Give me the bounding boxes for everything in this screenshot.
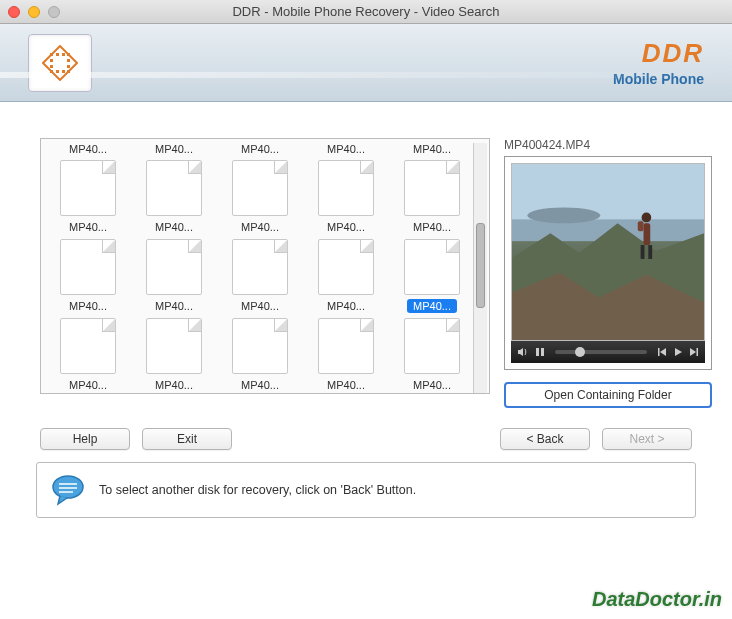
file-item[interactable]: MP40...	[305, 236, 387, 313]
file-label: MP40...	[321, 220, 371, 234]
file-item[interactable]: MP40...	[391, 236, 473, 313]
back-button[interactable]: < Back	[500, 428, 590, 450]
file-icon	[60, 239, 116, 295]
svg-point-15	[527, 208, 600, 224]
file-label: MP40...	[69, 143, 107, 155]
brand-subtitle: Mobile Phone	[613, 71, 704, 87]
svg-rect-18	[641, 245, 645, 259]
open-containing-folder-button[interactable]: Open Containing Folder	[504, 382, 712, 408]
volume-icon[interactable]	[517, 346, 529, 358]
file-label: MP40...	[235, 378, 285, 392]
file-label: MP40...	[63, 299, 113, 313]
next-icon[interactable]	[689, 347, 699, 357]
file-grid-box: MP40...MP40...MP40...MP40...MP40...MP40.…	[40, 138, 490, 394]
brand-block: DDR Mobile Phone	[613, 38, 704, 87]
file-label: MP40...	[327, 143, 365, 155]
file-label: MP40...	[235, 220, 285, 234]
pause-icon[interactable]	[535, 347, 545, 357]
svg-rect-9	[50, 70, 53, 73]
svg-rect-0	[43, 46, 77, 80]
file-grid-area: MP40...MP40...MP40...MP40...MP40...MP40.…	[40, 138, 490, 408]
file-label: MP40...	[407, 299, 457, 313]
file-item[interactable]: MP40...	[47, 236, 129, 313]
file-icon	[146, 160, 202, 216]
scrollbar-thumb[interactable]	[476, 223, 485, 308]
svg-rect-16	[644, 223, 651, 245]
file-item[interactable]: MP40...MP40...	[219, 143, 301, 234]
svg-rect-10	[56, 70, 59, 73]
preview-box	[504, 156, 712, 370]
exit-button[interactable]: Exit	[142, 428, 232, 450]
svg-rect-5	[50, 59, 53, 62]
window-titlebar: DDR - Mobile Phone Recovery - Video Sear…	[0, 0, 732, 24]
svg-rect-7	[50, 65, 53, 68]
app-logo-frame	[28, 34, 92, 92]
file-label: MP40...	[413, 143, 451, 155]
svg-rect-20	[638, 221, 644, 231]
svg-rect-21	[536, 348, 539, 356]
svg-rect-3	[62, 53, 65, 56]
file-icon	[146, 318, 202, 374]
file-label: MP40...	[407, 378, 457, 392]
file-label: MP40...	[241, 143, 279, 155]
file-item[interactable]: MP40...	[391, 315, 473, 392]
file-item[interactable]: MP40...MP40...	[391, 143, 473, 234]
svg-point-25	[53, 476, 83, 498]
main-content: MP40...MP40...MP40...MP40...MP40...MP40.…	[0, 102, 732, 418]
header-banner: DDR Mobile Phone	[0, 24, 732, 102]
file-icon	[404, 318, 460, 374]
file-icon	[404, 160, 460, 216]
file-icon	[232, 239, 288, 295]
file-label: MP40...	[321, 378, 371, 392]
chat-bubble-icon	[51, 473, 85, 507]
app-logo-icon	[42, 45, 78, 81]
info-message: To select another disk for recovery, cli…	[99, 483, 416, 497]
svg-rect-1	[50, 53, 53, 56]
file-label: MP40...	[63, 220, 113, 234]
brand-name: DDR	[613, 38, 704, 69]
file-label: MP40...	[235, 299, 285, 313]
svg-point-17	[642, 212, 652, 222]
file-item[interactable]: MP40...	[133, 236, 215, 313]
file-grid: MP40...MP40...MP40...MP40...MP40...MP40.…	[47, 143, 473, 393]
play-icon[interactable]	[673, 347, 683, 357]
seek-slider[interactable]	[555, 350, 647, 354]
svg-rect-22	[541, 348, 544, 356]
svg-rect-2	[56, 53, 59, 56]
prev-icon[interactable]	[657, 347, 667, 357]
watermark: DataDoctor.in	[592, 588, 722, 611]
file-item[interactable]: MP40...	[219, 315, 301, 392]
file-label: MP40...	[149, 378, 199, 392]
file-icon	[318, 160, 374, 216]
seek-knob[interactable]	[573, 345, 587, 359]
file-icon	[60, 160, 116, 216]
next-button[interactable]: Next >	[602, 428, 692, 450]
file-grid-scroll-area: MP40...MP40...MP40...MP40...MP40...MP40.…	[47, 143, 473, 393]
file-item[interactable]: MP40...MP40...	[133, 143, 215, 234]
svg-rect-4	[67, 53, 70, 56]
file-item[interactable]: MP40...	[219, 236, 301, 313]
file-item[interactable]: MP40...MP40...	[305, 143, 387, 234]
svg-rect-12	[67, 70, 70, 73]
svg-rect-11	[62, 70, 65, 73]
preview-filename: MP400424.MP4	[504, 138, 712, 152]
svg-rect-24	[697, 348, 699, 356]
file-label: MP40...	[63, 378, 113, 392]
file-item[interactable]: MP40...	[305, 315, 387, 392]
file-item[interactable]: MP40...MP40...	[47, 143, 129, 234]
help-button[interactable]: Help	[40, 428, 130, 450]
file-icon	[232, 318, 288, 374]
file-icon	[318, 239, 374, 295]
file-label: MP40...	[149, 299, 199, 313]
svg-rect-19	[648, 245, 652, 259]
file-item[interactable]: MP40...	[47, 315, 129, 392]
svg-rect-6	[67, 59, 70, 62]
svg-rect-23	[658, 348, 660, 356]
scrollbar[interactable]	[473, 143, 487, 393]
file-label: MP40...	[407, 220, 457, 234]
info-panel: To select another disk for recovery, cli…	[36, 462, 696, 518]
file-item[interactable]: MP40...	[133, 315, 215, 392]
file-icon	[318, 318, 374, 374]
svg-rect-8	[67, 65, 70, 68]
preview-panel: MP400424.MP4	[504, 138, 712, 408]
